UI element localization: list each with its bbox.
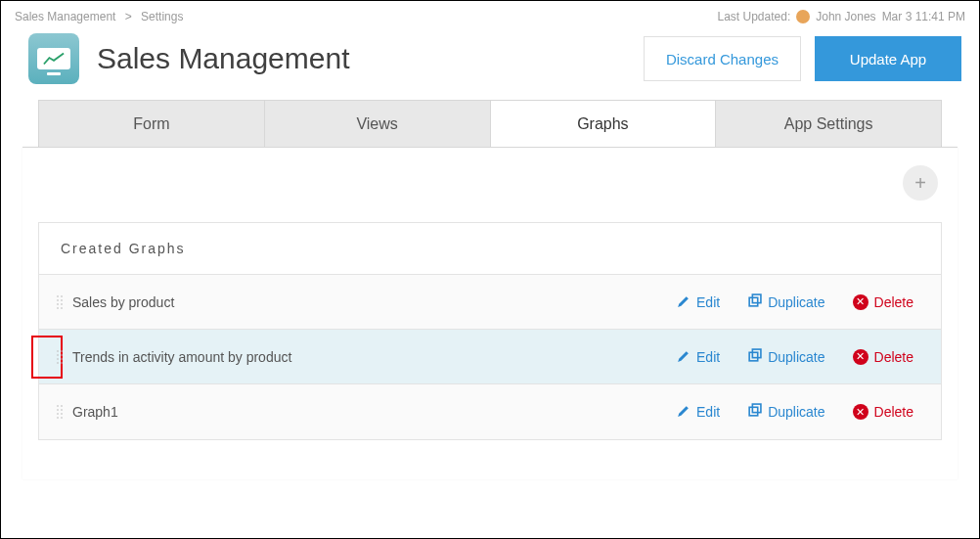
duplicate-icon [747,348,762,366]
delete-icon: ✕ [853,294,869,310]
delete-icon: ✕ [853,349,869,365]
table-row: Trends in activity amount by product Edi… [39,330,941,384]
duplicate-button[interactable]: Duplicate [747,293,824,311]
edit-button[interactable]: Edit [676,293,720,311]
duplicate-button[interactable]: Duplicate [747,348,824,366]
last-updated-user: John Jones [816,10,875,23]
delete-icon: ✕ [853,404,869,420]
delete-label: Delete [874,404,913,420]
last-updated-prefix: Last Updated: [718,10,791,23]
page-title: Sales Management [97,42,644,75]
graph-name: Sales by product [68,294,676,310]
duplicate-label: Duplicate [768,349,824,365]
tabs: FormViewsGraphsApp Settings [38,100,942,147]
duplicate-label: Duplicate [768,404,824,420]
app-icon [28,33,79,84]
delete-label: Delete [874,349,913,365]
update-app-button[interactable]: Update App [815,36,961,81]
chart-line-icon [43,52,65,66]
delete-button[interactable]: ✕ Delete [853,348,913,366]
duplicate-icon [747,293,762,311]
graph-name: Trends in activity amount by product [68,349,676,365]
pencil-icon [676,403,690,421]
drag-handle-icon[interactable] [39,293,68,311]
delete-button[interactable]: ✕ Delete [853,293,913,311]
add-graph-button[interactable]: + [903,165,938,201]
tab-graphs[interactable]: Graphs [491,101,717,147]
graphs-table-header: Created Graphs [39,223,941,275]
duplicate-label: Duplicate [768,294,824,310]
breadcrumb-current: Settings [141,10,183,23]
avatar [796,10,810,23]
drag-handle-icon[interactable] [39,348,68,366]
discard-changes-button[interactable]: Discard Changes [644,36,801,81]
edit-label: Edit [696,404,720,420]
delete-label: Delete [874,294,913,310]
edit-label: Edit [696,294,720,310]
pencil-icon [676,348,690,366]
last-updated-time: Mar 3 11:41 PM [882,10,965,23]
breadcrumb-root[interactable]: Sales Management [15,10,115,23]
graphs-table: Created Graphs Sales by product Edit Dup… [38,222,942,440]
duplicate-button[interactable]: Duplicate [747,403,824,421]
drag-handle-icon[interactable] [39,403,68,421]
tab-views[interactable]: Views [265,101,491,147]
plus-icon: + [914,172,926,195]
edit-button[interactable]: Edit [676,403,720,421]
duplicate-icon [747,403,762,421]
table-row: Graph1 Edit Duplicate ✕ Delete [39,384,941,439]
breadcrumb-separator: > [125,10,132,23]
last-updated: Last Updated: John Jones Mar 3 11:41 PM [718,10,965,23]
graph-name: Graph1 [68,404,676,420]
delete-button[interactable]: ✕ Delete [853,403,913,421]
tab-app-settings[interactable]: App Settings [716,101,941,147]
table-row: Sales by product Edit Duplicate ✕ Delete [39,275,941,330]
edit-button[interactable]: Edit [676,348,720,366]
graphs-panel: + Created Graphs Sales by product Edit D… [22,147,958,479]
breadcrumb: Sales Management > Settings [15,10,183,23]
tab-form[interactable]: Form [39,101,265,147]
pencil-icon [676,293,690,311]
edit-label: Edit [696,349,720,365]
